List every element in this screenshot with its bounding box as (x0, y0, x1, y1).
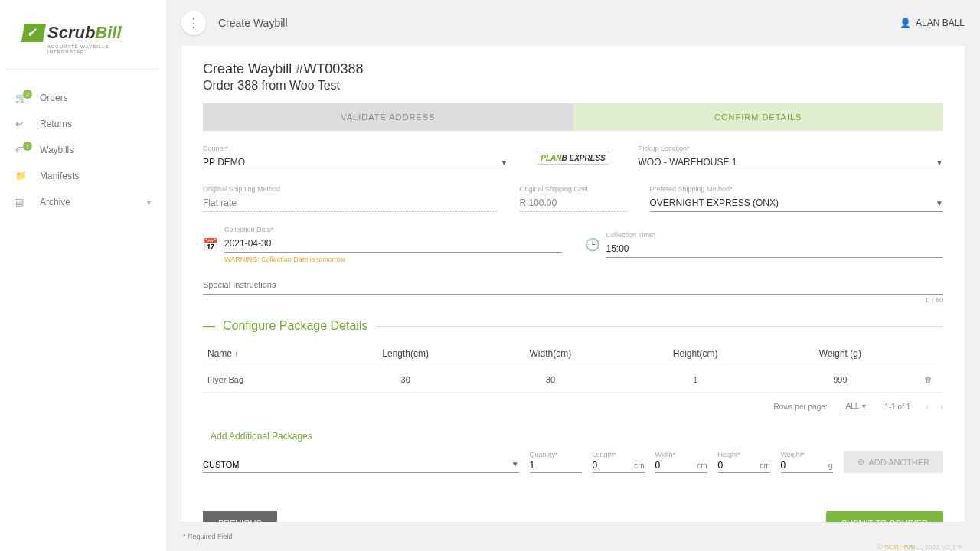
nav-returns[interactable]: ↩ Returns (0, 111, 166, 137)
calendar-icon: 📅 (203, 237, 218, 252)
tag-icon: 🏷1 (15, 145, 31, 155)
logo: ScrubBill ACCURATE WAYBILLS INTEGRATED (8, 23, 158, 70)
sidebar: ScrubBill ACCURATE WAYBILLS INTEGRATED 🛒… (0, 0, 166, 551)
chevron-down-icon: ▼ (936, 199, 943, 207)
collapse-icon[interactable]: — (203, 319, 215, 333)
clock-icon: 🕒 (585, 237, 600, 252)
person-icon: 👤 (900, 18, 911, 28)
heading: Create Waybill #WT00388 (203, 61, 943, 77)
nav-orders[interactable]: 🛒2 Orders (0, 85, 166, 111)
shipping-cost: R 100.00 (520, 194, 627, 212)
page-title: Create Waybill (218, 17, 288, 29)
add-another-button[interactable]: ⊕ADD ANOTHER (844, 451, 943, 473)
tab-validate[interactable]: VALIDATE ADDRESS (203, 103, 573, 131)
archive-icon: ▤ (15, 197, 31, 207)
width-input[interactable] (655, 458, 694, 472)
rows-per-page-select[interactable]: ALL ▾ (843, 400, 870, 412)
courier-logo: PLANB EXPRESS (531, 145, 616, 171)
user-menu[interactable]: 👤 ALAN BALL (900, 18, 965, 28)
collection-time-input[interactable]: 15:00 (606, 240, 944, 258)
pickup-select[interactable]: WOO - WAREHOUSE 1▼ (639, 154, 944, 171)
cart-icon: 🛒2 (15, 93, 31, 103)
height-input[interactable] (718, 458, 757, 472)
length-input[interactable] (593, 458, 632, 472)
header-name[interactable]: Name ↑ (203, 348, 333, 359)
submit-button[interactable]: SUBMIT TO COURIER (826, 511, 943, 522)
nav-waybills[interactable]: 🏷1 Waybills (0, 137, 166, 163)
shipping-method: Flat rate (203, 194, 497, 212)
folder-icon: 📁 (15, 171, 31, 181)
custom-package-select[interactable]: CUSTOM▼ (203, 457, 519, 473)
required-note: * Required Field (183, 533, 980, 540)
preferred-select[interactable]: OVERNIGHT EXPRESS (ONX)▼ (650, 194, 944, 212)
section-title: Configure Package Details (223, 319, 368, 333)
chevron-down-icon: ▾ (862, 402, 866, 410)
previous-button[interactable]: PREVIOUS (203, 511, 277, 522)
courier-select[interactable]: PP DEMO▼ (203, 154, 508, 171)
chevron-down-icon: ▼ (511, 460, 519, 469)
chevron-down-icon: ▾ (147, 198, 151, 207)
quantity-input[interactable] (530, 458, 582, 472)
delete-icon[interactable]: 🗑 (924, 375, 933, 384)
date-warning: WARNING: Collection Date is tomorrow (224, 256, 562, 263)
nav-manifests[interactable]: 📁 Manifests (0, 163, 166, 189)
prev-page-icon[interactable]: ‹ (926, 403, 928, 411)
topbar: ⋮ Create Waybill 👤 ALAN BALL (166, 0, 980, 46)
table-row: Flyer Bag 30 30 1 999 🗑 (203, 367, 943, 393)
chevron-down-icon: ▼ (936, 158, 943, 167)
tab-confirm[interactable]: CONFIRM DETAILS (573, 103, 944, 131)
plus-icon: ⊕ (858, 457, 864, 467)
next-page-icon[interactable]: › (941, 403, 943, 411)
return-icon: ↩ (15, 119, 31, 129)
sort-up-icon: ↑ (234, 350, 238, 358)
special-instructions-input[interactable] (203, 276, 943, 295)
more-button[interactable]: ⋮ (181, 11, 206, 35)
collection-date-input[interactable]: 2021-04-30 (224, 235, 562, 253)
add-packages-label: Add Additional Packages (211, 431, 943, 442)
table-header: Name ↑ Length(cm) Width(cm) Height(cm) W… (203, 341, 943, 367)
subheading: Order 388 from Woo Test (203, 79, 943, 93)
char-count: 0 / 60 (203, 296, 943, 304)
footer-copyright: © SCRUBBILL 2021 V2.1.5 (166, 543, 962, 551)
logo-icon (21, 24, 46, 42)
nav-archive[interactable]: ▤ Archive ▾ (0, 189, 166, 215)
chevron-down-icon: ▼ (501, 158, 508, 167)
weight-input[interactable] (781, 458, 825, 472)
